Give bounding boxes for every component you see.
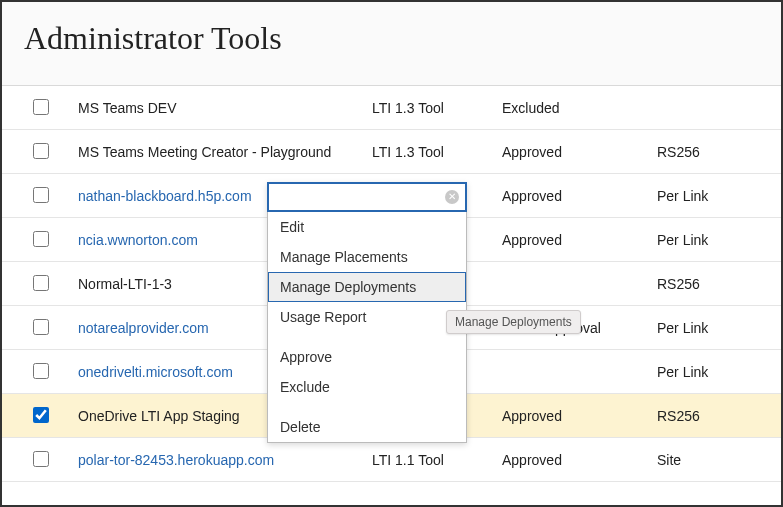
row-checkbox[interactable] — [33, 363, 49, 379]
checkbox-cell — [2, 140, 78, 163]
menu-item-exclude[interactable]: Exclude — [268, 372, 466, 402]
row-checkbox[interactable] — [33, 187, 49, 203]
clear-icon[interactable]: ✕ — [445, 190, 459, 204]
menu-search-wrap: ✕ — [267, 182, 467, 212]
provider-link[interactable]: polar-tor-82453.herokuapp.com — [78, 452, 372, 468]
checkbox-cell — [2, 184, 78, 207]
menu-item-approve[interactable]: Approve — [268, 342, 466, 372]
row-checkbox[interactable] — [33, 319, 49, 335]
tool-type: LTI 1.1 Tool — [372, 452, 502, 468]
row-checkbox[interactable] — [33, 231, 49, 247]
row-checkbox[interactable] — [33, 99, 49, 115]
auth: Site — [657, 452, 781, 468]
row-checkbox[interactable] — [33, 407, 49, 423]
status: Approved — [502, 452, 657, 468]
row-checkbox[interactable] — [33, 275, 49, 291]
provider-name: MS Teams Meeting Creator - Playground — [78, 144, 372, 160]
checkbox-cell — [2, 316, 78, 339]
checkbox-cell — [2, 96, 78, 119]
menu-item-usage-report[interactable]: Usage Report — [268, 302, 466, 332]
checkbox-cell — [2, 272, 78, 295]
page-header: Administrator Tools — [2, 2, 781, 86]
checkbox-cell — [2, 360, 78, 383]
menu-item-manage-placements[interactable]: Manage Placements — [268, 242, 466, 272]
status: Excluded — [502, 100, 657, 116]
page-title: Administrator Tools — [24, 20, 781, 57]
provider-name: MS Teams DEV — [78, 100, 372, 116]
menu-search-input[interactable] — [269, 184, 465, 210]
auth: RS256 — [657, 408, 781, 424]
auth: RS256 — [657, 276, 781, 292]
status: Approved — [502, 188, 657, 204]
row-checkbox[interactable] — [33, 143, 49, 159]
table-row: MS Teams DEVLTI 1.3 ToolExcluded — [2, 86, 781, 130]
row-checkbox[interactable] — [33, 451, 49, 467]
checkbox-cell — [2, 404, 78, 427]
tooltip: Manage Deployments — [446, 310, 581, 334]
status: Approved — [502, 232, 657, 248]
tool-type: LTI 1.3 Tool — [372, 144, 502, 160]
auth: Per Link — [657, 232, 781, 248]
table-row: polar-tor-82453.herokuapp.comLTI 1.1 Too… — [2, 438, 781, 482]
checkbox-cell — [2, 448, 78, 471]
auth: Per Link — [657, 364, 781, 380]
status: Approved — [502, 408, 657, 424]
tool-type: LTI 1.3 Tool — [372, 100, 502, 116]
menu-item-edit[interactable]: Edit — [268, 212, 466, 242]
context-menu: ✕ EditManage PlacementsManage Deployment… — [267, 182, 467, 443]
table-row: MS Teams Meeting Creator - PlaygroundLTI… — [2, 130, 781, 174]
status: Approved — [502, 144, 657, 160]
checkbox-cell — [2, 228, 78, 251]
menu-item-delete[interactable]: Delete — [268, 412, 466, 442]
auth: Per Link — [657, 188, 781, 204]
auth: Per Link — [657, 320, 781, 336]
auth: RS256 — [657, 144, 781, 160]
menu-item-manage-deployments[interactable]: Manage Deployments — [268, 272, 466, 302]
